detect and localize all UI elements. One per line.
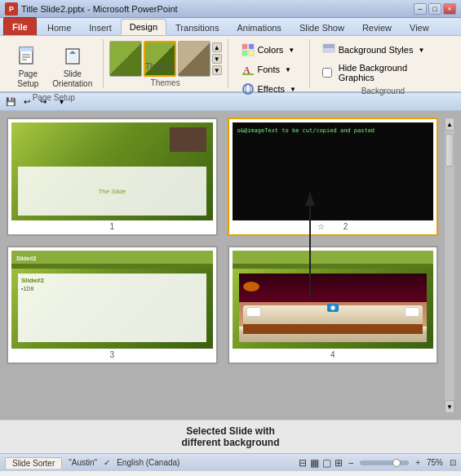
zoom-minus[interactable]: –	[349, 458, 354, 467]
slide-thumb-4[interactable]: 4	[228, 246, 439, 364]
svg-rect-10	[249, 51, 254, 56]
zoom-percent: 75%	[427, 458, 443, 467]
tab-animations[interactable]: Animations	[228, 19, 290, 35]
bg-group-label: Background	[361, 87, 405, 96]
zoom-fit-button[interactable]: ⊡	[450, 458, 456, 467]
zoom-plus[interactable]: +	[415, 458, 420, 467]
ribbon-group-page-setup: PageSetup SlideOrientation Page Setup	[5, 39, 104, 88]
theme-preview-2[interactable]	[144, 41, 176, 77]
vertical-scrollbar[interactable]: ▲ ▼	[445, 118, 454, 413]
tab-slideshow[interactable]: Slide Show	[290, 19, 353, 35]
themes-content: ▲ ▼ ▼ Themes	[109, 41, 222, 77]
slide-thumb-1[interactable]: The Slide 1	[7, 118, 218, 236]
minimize-button[interactable]: –	[414, 3, 427, 15]
fonts-dropdown[interactable]: ▼	[285, 66, 291, 73]
svg-rect-7	[242, 44, 247, 49]
app-icon: P	[5, 2, 18, 16]
window-controls[interactable]: – □ ×	[414, 3, 456, 15]
effects-dropdown[interactable]: ▼	[290, 86, 296, 93]
undo-qa-button[interactable]: ↩	[20, 95, 34, 109]
tab-review[interactable]: Review	[353, 19, 401, 35]
ribbon-group-customize: Colors ▼ A Fonts ▼	[228, 39, 310, 88]
slide-2-bg: o&@imageText to be cut/copied and pasted	[233, 122, 434, 220]
view-normal-icon[interactable]: ⊟	[299, 457, 307, 469]
themes-nav-up[interactable]: ▲	[212, 42, 222, 52]
themes-nav[interactable]: ▲ ▼ ▼	[212, 42, 222, 75]
slide-thumb-3[interactable]: Slide#2 Slide#2 •1D8 3	[7, 246, 218, 364]
themes-nav-down[interactable]: ▼	[212, 54, 222, 64]
svg-rect-1	[20, 47, 33, 51]
view-mode-tab[interactable]: Slide Sorter	[5, 457, 62, 469]
ribbon-group-themes: ▲ ▼ ▼ Themes Themes	[104, 39, 228, 88]
hotel-blanket	[243, 324, 423, 334]
view-slideshow-icon[interactable]: ⊞	[335, 457, 343, 469]
window-title: Title Slide2.pptx - Microsoft PowerPoint	[21, 4, 178, 14]
hide-bg-button[interactable]: Hide Background Graphics	[317, 60, 450, 85]
scroll-thumb[interactable]	[445, 134, 454, 167]
svg-rect-9	[242, 51, 247, 56]
maximize-button[interactable]: □	[428, 3, 441, 15]
slide-3-heading: Slide#2	[21, 277, 203, 284]
spell-check-icon[interactable]: ✓	[104, 458, 110, 467]
cfe-buttons: Colors ▼ A Fonts ▼	[236, 41, 302, 98]
background-styles-button[interactable]: Background Styles ▼	[317, 41, 450, 59]
camera-lens	[330, 305, 335, 310]
scroll-up-button[interactable]: ▲	[445, 118, 454, 131]
theme-preview-1[interactable]	[109, 41, 142, 77]
view-sorter-icon[interactable]: ▦	[310, 457, 319, 469]
quick-launch-button[interactable]: ▾	[54, 95, 69, 109]
tab-file[interactable]: File	[3, 17, 37, 35]
theme-preview-3[interactable]	[178, 41, 211, 77]
scroll-down-button[interactable]: ▼	[445, 400, 454, 413]
slide-orientation-button[interactable]: SlideOrientation	[48, 41, 96, 91]
bg-buttons: Background Styles ▼ Hide Background Grap…	[317, 41, 450, 85]
zoom-slider[interactable]	[360, 460, 409, 465]
tab-view[interactable]: View	[401, 19, 438, 35]
themes-label-static: Themes	[145, 62, 175, 71]
status-right: ⊟ ▦ ▢ ⊞ – + 75% ⊡	[299, 457, 456, 469]
tab-design[interactable]: Design	[121, 19, 166, 35]
fonts-icon: A	[242, 63, 255, 76]
hotel-ceiling	[239, 274, 428, 302]
page-setup-label: PageSetup	[17, 69, 38, 89]
hotel-light	[243, 282, 259, 291]
slide-1-bg: The Slide	[11, 122, 213, 220]
caption-line1: Selected Slide with	[10, 425, 451, 437]
slide-thumb-2[interactable]: o&@imageText to be cut/copied and pasted…	[228, 118, 439, 236]
hide-bg-checkbox[interactable]	[322, 68, 332, 78]
slide-1-header	[170, 127, 206, 152]
hide-bg-label: Hide Background Graphics	[339, 63, 444, 82]
slide-1-inner: The Slide	[11, 122, 213, 220]
slide-orientation-label: SlideOrientation	[52, 69, 92, 89]
colors-button[interactable]: Colors ▼	[236, 41, 302, 59]
svg-point-14	[246, 84, 250, 94]
slide-4-strip	[233, 264, 434, 269]
slide-orientation-icon	[60, 43, 86, 69]
themes-group-label: Themes	[151, 78, 180, 87]
hotel-camera-icon	[327, 304, 339, 312]
slide-3-strip	[11, 264, 213, 269]
themes-nav-more[interactable]: ▼	[212, 65, 222, 75]
slide-2-icon: ☆	[317, 222, 325, 231]
svg-point-13	[243, 84, 253, 94]
fonts-button[interactable]: A Fonts ▼	[236, 60, 302, 78]
slide-4-inner	[233, 251, 434, 349]
tab-insert[interactable]: Insert	[80, 19, 121, 35]
effects-button[interactable]: Effects ▼	[236, 80, 302, 98]
save-qa-button[interactable]: 💾	[3, 95, 18, 109]
slide-3-content: Slide#2 •1D8	[18, 274, 206, 342]
tab-transitions[interactable]: Transitions	[166, 19, 228, 35]
close-button[interactable]: ×	[443, 3, 456, 15]
bg-styles-label: Background Styles	[339, 45, 414, 55]
main-area: The Slide 1 o&@imageText to be cut/copie…	[0, 111, 461, 420]
caption-line2: different background	[10, 437, 451, 448]
tab-home[interactable]: Home	[38, 19, 80, 35]
colors-dropdown[interactable]: ▼	[288, 47, 295, 54]
view-reading-icon[interactable]: ▢	[322, 457, 331, 469]
slide-3-inner: Slide#2 Slide#2 •1D8	[11, 251, 213, 349]
redo-qa-button[interactable]: ↪	[36, 95, 51, 109]
page-setup-button[interactable]: PageSetup	[11, 41, 45, 91]
page-setup-icon	[15, 43, 41, 69]
slide-3-num: 3	[11, 350, 213, 359]
language-label: English (Canada)	[117, 458, 180, 467]
